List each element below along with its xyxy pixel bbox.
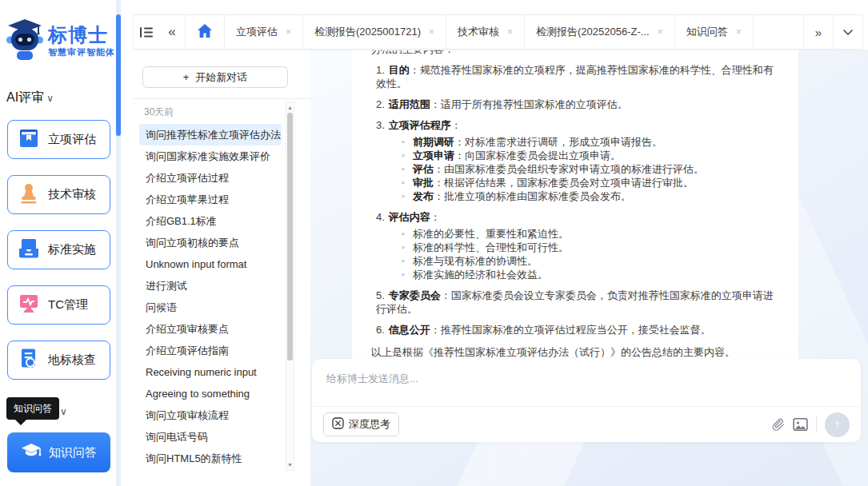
tab-project-evaluation[interactable]: 立项评估 × [225, 15, 303, 49]
item-number: 4. [376, 211, 385, 223]
conversation-item[interactable]: 进行测试 [139, 275, 282, 297]
scroll-down-arrow-icon[interactable]: ▼ [286, 462, 294, 468]
conversation-item[interactable]: 问候语 [139, 297, 282, 318]
sidebar-item-label: 地标核查 [48, 353, 96, 368]
sidebar-item-knowledge-qa[interactable]: 知识问答 [7, 432, 110, 472]
tooltip-knowledge-qa: 知识问答 [6, 397, 59, 420]
sidebar-item-label: TC管理 [48, 297, 88, 313]
close-icon[interactable]: × [736, 26, 742, 38]
app-window: 标博士 智慧审评智能体 AI评审 ∨ 立项评估 [0, 0, 868, 486]
message-input[interactable] [325, 370, 840, 404]
tabs-menu-button[interactable] [833, 15, 862, 49]
conversation-item[interactable]: Agreeing to something [139, 383, 282, 404]
conversation-item[interactable]: 询问HTML5的新特性 [139, 448, 282, 469]
conversation-item[interactable]: 询问立项审核流程 [139, 404, 282, 426]
logo-subtitle: 智慧审评智能体 [48, 48, 115, 58]
chevron-down-icon: ∨ [60, 406, 67, 417]
divider [133, 98, 310, 99]
scroll-up-arrow-icon[interactable]: ▲ [286, 105, 294, 110]
sidebar-item-technical-review[interactable]: 技术审核 [7, 175, 110, 214]
conversation-item[interactable]: 介绍立项审核要点 [139, 318, 282, 340]
list-scrollbar-thumb[interactable] [287, 113, 293, 361]
sidebar-item-tc-management[interactable]: TC管理 [7, 285, 110, 325]
sidebar-item-standard-implementation[interactable]: 标准实施 [7, 230, 110, 269]
item-text: ： [430, 211, 441, 223]
tab-bar: « 立项评估 × 检测报告(2025001721) × 技术审核 × 检测报告(… [133, 14, 863, 50]
item-number: 3. [376, 119, 385, 131]
sidebar-item-label: 技术审核 [48, 187, 96, 202]
sub-item: 前期调研：对标准需求进行调研，形成立项申请报告。 [402, 135, 779, 149]
chevron-down-icon: ∨ [46, 93, 54, 104]
monitor-pulse-icon [17, 292, 41, 319]
conversation-item[interactable]: 询问立项初核的要点 [139, 232, 282, 253]
chat-area: 办法的主要内容： 1.目的：规范推荐性国家标准的立项程序，提高推荐性国家标准的科… [310, 50, 868, 486]
deep-think-button[interactable]: 深度思考 [323, 412, 399, 436]
list-item: 6.信息公开：推荐性国家标准的立项评估过程应当公开，接受社会监督。 [376, 323, 779, 337]
close-icon[interactable]: × [658, 26, 663, 38]
message-list: 1.目的：规范推荐性国家标准的立项程序，提高推荐性国家标准的科学性、合理性和有效… [371, 63, 779, 337]
scroll-tabs-right-button[interactable]: » [803, 15, 833, 49]
close-icon[interactable]: × [429, 26, 434, 38]
tab-label: 检测报告(20252056-Z-... [536, 25, 650, 39]
sub-item: 标准实施的经济和社会效益。 [402, 268, 779, 281]
inbox-tray-icon [17, 237, 41, 264]
arrow-up-icon: ↑ [834, 417, 841, 432]
session-list-icon[interactable] [134, 15, 159, 49]
composer: 深度思考 ↑ [312, 359, 861, 442]
document-search-icon [17, 347, 41, 374]
send-button[interactable]: ↑ [825, 412, 850, 437]
list-item: 1.目的：规范推荐性国家标准的立项程序，提高推荐性国家标准的科学性、合理性和有效… [376, 63, 779, 90]
conversation-panel: + 开始新对话 30天前 询问推荐性标准立项评估办法 询问国家标准实施效果评价 … [133, 50, 310, 486]
sidebar-item-landmark-check[interactable]: 地标核查 [7, 341, 110, 380]
conversation-item[interactable]: 询问推荐性标准立项评估办法 [139, 124, 282, 145]
new-chat-button[interactable]: + 开始新对话 [142, 66, 288, 88]
conversation-item[interactable]: 介绍立项苹果过程 [139, 189, 282, 210]
conversation-item[interactable]: 介绍立项评估指南 [139, 340, 282, 361]
scroll-tabs-left-button[interactable]: « [159, 15, 185, 49]
conversation-item[interactable]: Unknown input format [139, 253, 282, 275]
conversation-item[interactable]: 介绍立项评估过程 [139, 167, 282, 189]
item-text: ：规范推荐性国家标准的立项程序，提高推荐性国家标准的科学性、合理性和有效性。 [376, 64, 774, 90]
tab-test-report-20252056[interactable]: 检测报告(20252056-Z-... × [525, 15, 675, 49]
sub-list: 前期调研：对标准需求进行调研，形成立项申请报告。 立项申请：向国家标准委员会提出… [376, 135, 779, 203]
item-text: ： [451, 119, 462, 131]
image-upload-icon[interactable] [793, 418, 808, 431]
list-item: 4.评估内容： 标准的必要性、重要性和紧迫性。 标准的科学性、合理性和可行性。 … [376, 210, 779, 281]
chevron-down-icon [842, 29, 854, 36]
robot-logo-icon [6, 18, 43, 64]
home-tab[interactable] [185, 15, 225, 49]
new-chat-label: 开始新对话 [195, 70, 247, 85]
sub-item: 标准的必要性、重要性和紧迫性。 [402, 227, 779, 241]
section-ai-review[interactable]: AI评审 ∨ [6, 90, 54, 106]
deep-think-icon [332, 417, 344, 432]
tab-label: 知识问答 [686, 25, 728, 39]
item-title: 立项评估程序 [389, 119, 451, 131]
close-icon[interactable]: × [507, 26, 513, 38]
attachment-icon[interactable] [772, 418, 785, 432]
tab-technical-review[interactable]: 技术审核 × [446, 15, 525, 49]
conversation-item[interactable]: 介绍GB1.1标准 [139, 210, 282, 232]
sidebar-item-project-evaluation[interactable]: 立项评估 [7, 120, 110, 159]
logo-title: 标博士 [48, 25, 115, 45]
tab-test-report-2025001721[interactable]: 检测报告(2025001721) × [303, 15, 446, 49]
book-icon [17, 126, 41, 153]
sidebar-scrollbar-thumb[interactable] [116, 14, 121, 136]
conversation-list: 询问推荐性标准立项评估办法 询问国家标准实施效果评价 介绍立项评估过程 介绍立项… [139, 124, 282, 469]
item-title: 适用范围 [389, 98, 430, 110]
plus-icon: + [183, 71, 190, 83]
item-number: 1. [376, 64, 385, 76]
list-item: 5.专家委员会：国家标准委员会设立专家委员会，负责对推荐性国家标准的立项申请进行… [376, 289, 779, 316]
list-item: 3.立项评估程序： 前期调研：对标准需求进行调研，形成立项申请报告。 立项申请：… [376, 118, 779, 203]
sub-list: 标准的必要性、重要性和紧迫性。 标准的科学性、合理性和可行性。 标准与现有标准的… [376, 227, 779, 281]
conversation-item[interactable]: Receiving numeric input [139, 361, 282, 383]
item-number: 5. [376, 289, 385, 301]
item-title: 目的 [389, 64, 410, 76]
list-item: 2.适用范围：适用于所有推荐性国家标准的立项评估。 [376, 98, 779, 111]
conversation-item[interactable]: 询问电话号码 [139, 426, 282, 448]
message-intro: 办法的主要内容： [371, 50, 779, 56]
home-icon [197, 23, 213, 42]
section-ai-label: AI评审 [6, 90, 44, 106]
tab-knowledge-qa[interactable]: 知识问答 × [675, 15, 754, 49]
close-icon[interactable]: × [286, 26, 291, 38]
conversation-item[interactable]: 询问国家标准实施效果评价 [139, 145, 282, 167]
